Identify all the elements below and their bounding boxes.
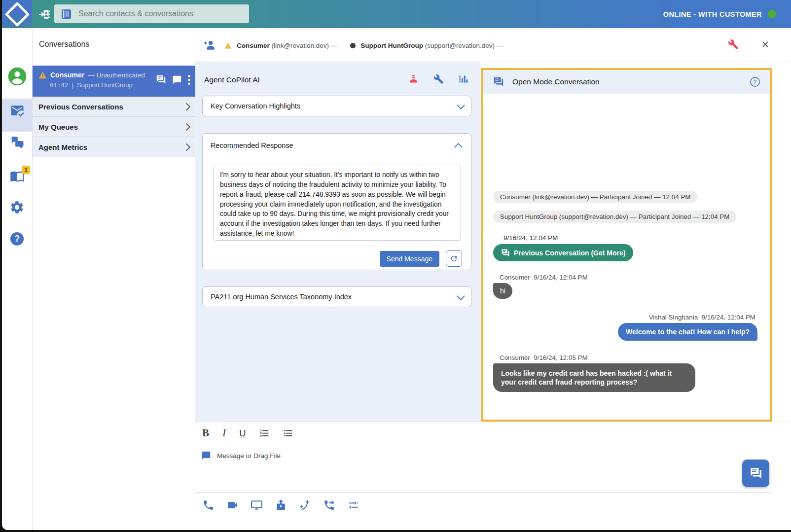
underline-button[interactable]: U xyxy=(239,428,246,439)
composer-divider xyxy=(195,492,772,493)
chat-icon xyxy=(201,451,211,461)
rail-item-profile[interactable] xyxy=(2,67,32,86)
conversation-name: Consumer xyxy=(50,71,84,79)
forum-icon xyxy=(501,248,510,257)
previous-conversation-button[interactable]: Previous Conversation (Get More) xyxy=(493,244,633,261)
help-icon: ? xyxy=(9,231,25,247)
svg-text:?: ? xyxy=(754,79,756,85)
status-label: ONLINE - WITH CUSTOMER xyxy=(663,10,762,18)
bold-button[interactable]: B xyxy=(202,427,209,439)
send-message-button[interactable]: Send Message xyxy=(380,251,439,267)
message-meta: Vishal Singhania 9/16/24, 12:04 PM xyxy=(649,314,755,321)
tune-icon[interactable] xyxy=(347,499,360,511)
section-agent-metrics[interactable]: Agent Metrics xyxy=(33,137,195,157)
accordion-recommended-response[interactable]: Recommended Response I'm sorry to hear a… xyxy=(202,133,471,270)
conversation-queue: Support HuntGroup xyxy=(77,81,133,89)
accordion-label: PA211.org Human Services Taxonomy Index xyxy=(211,293,352,301)
participant-dot-icon xyxy=(350,43,356,48)
chevron-down-icon xyxy=(457,101,465,109)
screen-share-icon[interactable] xyxy=(251,499,263,511)
smart-transfer-icon[interactable] xyxy=(299,499,311,511)
section-previous-conversations[interactable]: Previous Conversations xyxy=(33,97,195,117)
bullet-list-icon[interactable] xyxy=(283,428,293,438)
message-input[interactable]: Message or Drag File xyxy=(201,451,281,461)
svg-text:?: ? xyxy=(14,234,20,244)
open-chat-fab[interactable] xyxy=(742,460,769,487)
warning-icon xyxy=(224,42,232,49)
numbered-list-icon[interactable] xyxy=(259,428,270,438)
rail-item-inbox[interactable] xyxy=(2,103,32,118)
section-label: Agent Metrics xyxy=(38,143,87,151)
chat-bubble-consumer: hi xyxy=(493,283,512,299)
phone-icon[interactable] xyxy=(202,499,215,511)
accordion-key-highlights[interactable]: Key Conversation Highlights xyxy=(202,96,471,116)
chevron-right-icon xyxy=(183,123,191,131)
kebab-menu-icon[interactable] xyxy=(188,75,190,85)
gear-icon xyxy=(9,200,25,215)
accordion-label: Recommended Response xyxy=(211,142,293,149)
add-contact-icon[interactable] xyxy=(37,7,52,22)
open-mode-title: Open Mode Conversation xyxy=(512,77,600,86)
forum-icon[interactable] xyxy=(156,74,166,85)
chevron-down-icon xyxy=(457,292,465,300)
rail-item-conversations[interactable] xyxy=(2,135,32,150)
refresh-icon xyxy=(450,254,458,263)
diamond-logo-icon xyxy=(4,1,30,27)
participant-detail: (link@revation.dev) — xyxy=(272,42,338,49)
call-forward-icon[interactable] xyxy=(323,499,335,511)
close-icon[interactable] xyxy=(760,39,770,49)
search-input[interactable]: Search contacts & conversations xyxy=(54,4,249,23)
chat-bubbles-icon xyxy=(10,135,25,150)
section-label: Previous Conversations xyxy=(38,103,123,111)
italic-button[interactable]: I xyxy=(222,427,226,439)
video-call-icon[interactable] xyxy=(226,499,239,511)
refresh-response-button[interactable] xyxy=(446,250,462,267)
copilot-title: Agent CoPilot AI xyxy=(204,75,260,84)
participant-name: Support HuntGroup xyxy=(360,42,423,49)
conversations-title: Conversations xyxy=(39,40,89,49)
app-window: Search contacts & conversations ONLINE -… xyxy=(2,0,791,530)
add-person-icon[interactable] xyxy=(204,40,216,51)
open-mode-panel: Open Mode Conversation ? Consumer (link@… xyxy=(481,68,772,422)
left-rail: 1 ? xyxy=(2,28,33,530)
formatting-toolbar: B I U xyxy=(202,427,293,439)
wrench-icon[interactable] xyxy=(433,74,444,84)
conversation-status: — Unauthenticated xyxy=(88,71,145,79)
person-off-icon[interactable] xyxy=(408,74,419,84)
event-participant-joined: Consumer (link@revation.dev) — Participa… xyxy=(493,191,697,203)
chevron-up-icon xyxy=(454,143,463,151)
rail-item-settings[interactable] xyxy=(2,200,32,215)
conversations-panel: Conversations Consumer — Unauthenticated… xyxy=(33,28,195,530)
status-dot xyxy=(768,10,776,18)
conversation-item-active[interactable]: Consumer — Unauthenticated 01:42 | Suppo… xyxy=(33,66,195,97)
section-label: My Queues xyxy=(38,123,78,131)
recommended-response-text[interactable]: I'm sorry to hear about your situation. … xyxy=(214,165,461,241)
section-my-queues[interactable]: My Queues xyxy=(33,117,195,137)
message-meta: Consumer 9/16/24, 12:04 PM xyxy=(500,274,588,281)
help-circle-icon[interactable]: ? xyxy=(750,76,760,87)
previous-conversation-label: Previous Conversation (Get More) xyxy=(514,249,625,257)
chevron-right-icon xyxy=(183,143,191,151)
search-placeholder: Search contacts & conversations xyxy=(78,9,193,18)
app-logo[interactable] xyxy=(2,0,32,28)
top-bar: Search contacts & conversations ONLINE -… xyxy=(2,0,791,28)
forum-icon xyxy=(493,76,504,87)
rail-item-help[interactable]: ? xyxy=(2,231,32,247)
accordion-taxonomy[interactable]: PA211.org Human Services Taxonomy Index xyxy=(202,286,471,307)
agent-status[interactable]: ONLINE - WITH CUSTOMER xyxy=(663,0,776,28)
forum-icon xyxy=(750,467,762,480)
chat-icon[interactable] xyxy=(172,75,182,85)
message-meta: Consumer 9/16/24, 12:05 PM xyxy=(500,354,588,361)
settings-badge: 1 xyxy=(22,166,30,174)
copilot-panel: Agent CoPilot AI Key Conversation Highli… xyxy=(195,62,480,422)
file-share-icon[interactable] xyxy=(275,499,287,511)
message-composer: B I U Message or Drag File xyxy=(195,422,791,530)
session-timestamp: 9/16/24, 12:04 PM xyxy=(503,234,558,242)
message-placeholder: Message or Drag File xyxy=(217,452,281,460)
bar-chart-icon[interactable] xyxy=(459,74,469,84)
warning-icon xyxy=(38,71,47,79)
chevron-right-icon xyxy=(183,103,191,110)
mail-check-icon xyxy=(10,103,25,118)
participant-name: Consumer xyxy=(237,42,270,49)
wrench-icon-red[interactable] xyxy=(728,39,739,50)
